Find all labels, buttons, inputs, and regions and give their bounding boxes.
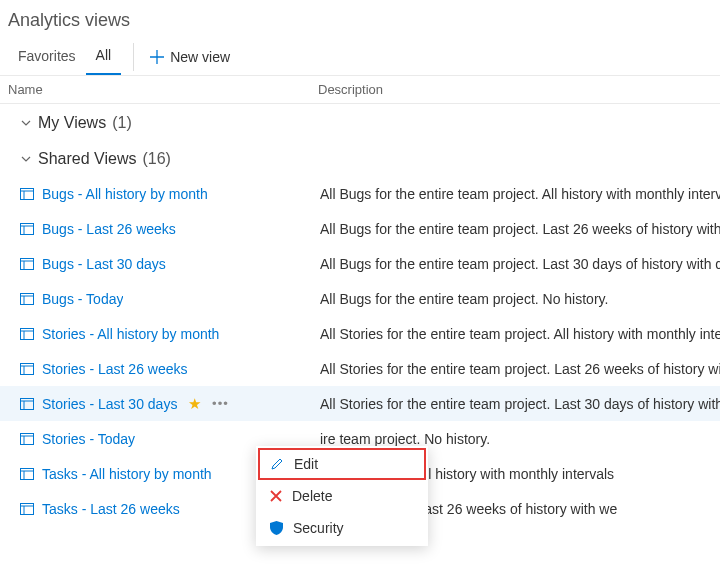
tab-favorites[interactable]: Favorites <box>8 40 86 74</box>
pencil-icon <box>270 457 284 471</box>
view-icon <box>20 503 34 515</box>
svg-rect-0 <box>21 188 34 199</box>
close-icon <box>270 490 282 502</box>
menu-item-security-label: Security <box>293 520 344 536</box>
column-header-name[interactable]: Name <box>8 82 318 97</box>
view-icon <box>20 258 34 270</box>
table-row[interactable]: Stories - All history by monthAll Storie… <box>0 316 720 351</box>
svg-rect-15 <box>21 363 34 374</box>
svg-rect-27 <box>21 503 34 514</box>
view-name-link[interactable]: Stories - Last 26 weeks <box>42 361 188 377</box>
svg-rect-18 <box>21 398 34 409</box>
table-row[interactable]: Bugs - Last 30 daysAll Bugs for the enti… <box>0 246 720 281</box>
view-description: ire team project. No history. <box>320 431 490 447</box>
plus-icon <box>150 50 164 64</box>
view-icon <box>20 433 34 445</box>
view-description: All Bugs for the entire team project. Al… <box>320 186 720 202</box>
view-icon <box>20 188 34 200</box>
group-shared-views-label: Shared Views <box>38 150 136 168</box>
view-icon <box>20 293 34 305</box>
view-name-link[interactable]: Stories - All history by month <box>42 326 219 342</box>
view-name-link[interactable]: Bugs - Last 30 days <box>42 256 166 272</box>
column-header-description[interactable]: Description <box>318 82 712 97</box>
page-title: Analytics views <box>0 0 720 35</box>
view-description: All Bugs for the entire team project. La… <box>320 256 720 272</box>
table-row[interactable]: Bugs - Last 26 weeksAll Bugs for the ent… <box>0 211 720 246</box>
view-icon <box>20 363 34 375</box>
svg-rect-12 <box>21 328 34 339</box>
view-icon <box>20 328 34 340</box>
tab-all[interactable]: All <box>86 39 122 75</box>
view-name-link[interactable]: Bugs - Last 26 weeks <box>42 221 176 237</box>
menu-item-delete-label: Delete <box>292 488 332 504</box>
group-shared-views-count: (16) <box>142 150 170 168</box>
column-header-row: Name Description <box>0 75 720 104</box>
star-icon[interactable]: ★ <box>188 395 201 413</box>
new-view-button[interactable]: New view <box>146 43 234 71</box>
context-menu: Edit Delete Security <box>256 446 428 546</box>
group-my-views[interactable]: My Views (1) <box>0 104 720 140</box>
view-description: All Stories for the entire team project.… <box>320 361 720 377</box>
view-name-link[interactable]: Stories - Last 30 days <box>42 396 177 412</box>
svg-rect-24 <box>21 468 34 479</box>
table-row[interactable]: Bugs - All history by monthAll Bugs for … <box>0 176 720 211</box>
table-row[interactable]: Bugs - TodayAll Bugs for the entire team… <box>0 281 720 316</box>
new-view-label: New view <box>170 49 230 65</box>
menu-item-delete[interactable]: Delete <box>258 480 426 512</box>
svg-rect-6 <box>21 258 34 269</box>
view-description: All Stories for the entire team project.… <box>320 326 720 342</box>
view-name-link[interactable]: Tasks - Last 26 weeks <box>42 501 180 517</box>
view-name-link[interactable]: Stories - Today <box>42 431 135 447</box>
shield-icon <box>270 521 283 535</box>
view-icon <box>20 223 34 235</box>
group-shared-views[interactable]: Shared Views (16) <box>0 140 720 176</box>
view-description: All Bugs for the entire team project. No… <box>320 291 608 307</box>
svg-rect-3 <box>21 223 34 234</box>
toolbar: Favorites All New view <box>0 35 720 75</box>
view-icon <box>20 398 34 410</box>
view-name-link[interactable]: Bugs - All history by month <box>42 186 208 202</box>
chevron-down-icon <box>20 153 32 165</box>
svg-rect-21 <box>21 433 34 444</box>
view-description: All Bugs for the entire team project. La… <box>320 221 720 237</box>
more-actions-button[interactable]: ••• <box>210 396 231 411</box>
group-my-views-label: My Views <box>38 114 106 132</box>
menu-item-edit-label: Edit <box>294 456 318 472</box>
view-icon <box>20 468 34 480</box>
view-name-link[interactable]: Bugs - Today <box>42 291 123 307</box>
group-my-views-count: (1) <box>112 114 132 132</box>
chevron-down-icon <box>20 117 32 129</box>
view-description: All Stories for the entire team project.… <box>320 396 720 412</box>
view-name-link[interactable]: Tasks - All history by month <box>42 466 212 482</box>
svg-rect-9 <box>21 293 34 304</box>
table-row[interactable]: Stories - Last 26 weeksAll Stories for t… <box>0 351 720 386</box>
menu-item-security[interactable]: Security <box>258 512 426 544</box>
toolbar-divider <box>133 43 134 71</box>
table-row[interactable]: Stories - Last 30 days★•••All Stories fo… <box>0 386 720 421</box>
menu-item-edit[interactable]: Edit <box>258 448 426 480</box>
